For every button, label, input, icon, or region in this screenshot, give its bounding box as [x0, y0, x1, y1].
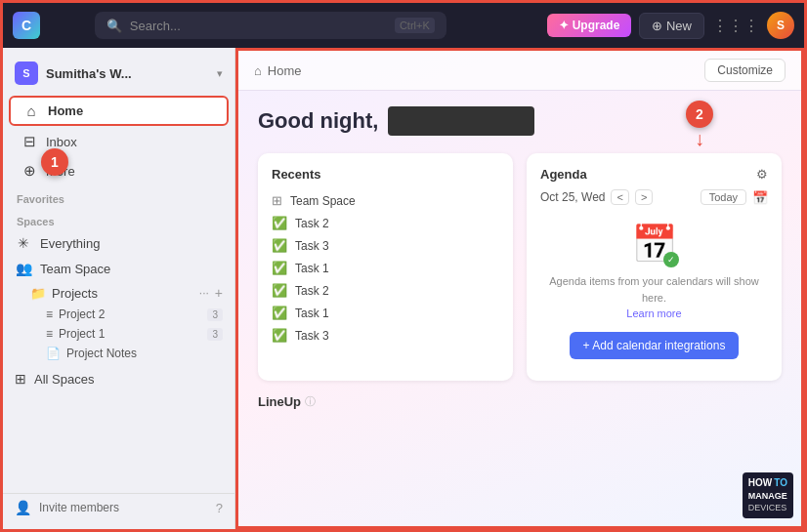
greeting-text: Good night, [258, 108, 378, 134]
add-calendar-button[interactable]: + Add calendar integrations [570, 332, 740, 359]
recent-item[interactable]: ✅ Task 2 [272, 279, 499, 302]
more-icon: ⊕ [21, 162, 38, 180]
app-logo[interactable]: C [13, 12, 40, 39]
sidebar-item-everything[interactable]: ✳ Everything [3, 231, 234, 255]
sidebar-item-team-space[interactable]: 👥 Team Space [3, 257, 234, 280]
task-icon: ✅ [272, 238, 287, 253]
sidebar-item-all-spaces[interactable]: ⊞ All Spaces [3, 367, 234, 390]
recent-item[interactable]: ✅ Task 3 [272, 324, 499, 347]
recent-item-label: Task 2 [295, 284, 329, 298]
invite-members-row[interactable]: 👤 Invite members ? [3, 493, 234, 521]
recent-item[interactable]: ✅ Task 2 [272, 212, 499, 234]
task-icon: ✅ [272, 328, 287, 343]
home-breadcrumb-icon: ⌂ [254, 63, 262, 78]
greeting-name-redacted [388, 106, 534, 136]
search-bar[interactable]: 🔍 Search... Ctrl+K [95, 12, 446, 39]
agenda-learn-more-link[interactable]: Learn more [626, 307, 681, 319]
agenda-date: Oct 25, Wed [540, 190, 605, 204]
workspace-icon: S [15, 61, 38, 85]
sidebar-item-label: Everything [40, 236, 100, 251]
new-button[interactable]: ⊕ New [639, 13, 704, 39]
projects-more-icon[interactable]: ··· [199, 286, 209, 300]
recent-item-label: Task 1 [295, 307, 329, 320]
inbox-icon: ⊟ [21, 133, 38, 150]
home-icon: ⌂ [22, 102, 40, 119]
sidebar-item-project-2[interactable]: ≡ Project 2 3 [3, 305, 234, 324]
task-icon: ✅ [272, 216, 287, 230]
sidebar-item-label: All Spaces [34, 372, 94, 387]
sidebar-item-project-notes[interactable]: 📄 Project Notes [3, 344, 234, 363]
agenda-next-button[interactable]: > [635, 189, 653, 205]
sidebar-item-project-1[interactable]: ≡ Project 1 3 [3, 324, 234, 344]
recent-item[interactable]: ✅ Task 3 [272, 234, 499, 257]
task-icon: ✅ [272, 261, 287, 275]
recent-item[interactable]: ⊞ Team Space [272, 189, 499, 212]
recents-title: Recents [272, 167, 499, 182]
sidebar-item-label: Inbox [46, 135, 77, 149]
customize-button[interactable]: Customize [704, 59, 786, 82]
project-list-icon: ≡ [46, 327, 53, 341]
sidebar-item-inbox[interactable]: ⊟ Inbox [9, 128, 229, 155]
invite-icon: 👤 [15, 500, 31, 515]
grid-icon[interactable]: ⋮⋮⋮ [712, 17, 759, 35]
projects-row[interactable]: 📁 Projects ··· + [3, 281, 234, 305]
project-name: Project Notes [66, 347, 223, 360]
sidebar-item-label: Team Space [40, 262, 110, 276]
workspace-name: Sumitha's W... [46, 66, 209, 81]
agenda-calendar-button[interactable]: 📅 [752, 190, 768, 205]
sidebar: S Sumitha's W... ▾ ⌂ Home ↑ ⊟ Inbox ⊕ [3, 48, 235, 529]
project-name: Project 1 [59, 327, 201, 341]
invite-label: Invite members [39, 501, 208, 514]
user-avatar[interactable]: S [767, 12, 794, 39]
workspace-selector[interactable]: S Sumitha's W... ▾ [3, 56, 234, 91]
annotation-2: 2 [686, 101, 713, 128]
agenda-today-button[interactable]: Today [701, 189, 746, 205]
project-list-icon: ≡ [46, 307, 53, 321]
recents-card: Recents ⊞ Team Space ✅ Task 2 ✅ Task 3 [258, 153, 513, 381]
annotation-1: 1 [41, 148, 68, 176]
search-icon: 🔍 [106, 19, 122, 33]
watermark: HOW TO MANAGE DEVICES [743, 472, 793, 518]
content-body: 2 ↓ Good night, Recents ⊞ [238, 91, 801, 526]
team-space-icon: 👥 [15, 261, 32, 276]
projects-label: Projects [52, 286, 193, 301]
task-icon: ✅ [272, 306, 287, 320]
recent-item[interactable]: ✅ Task 1 [272, 302, 499, 324]
lineup-section: LineUp ⓘ [258, 394, 782, 409]
agenda-empty-text: Agenda items from your calendars will sh… [544, 273, 764, 322]
recent-item-label: Task 1 [295, 262, 329, 275]
breadcrumb: ⌂ Home [254, 63, 704, 78]
agenda-prev-button[interactable]: < [611, 189, 628, 205]
recent-item-label: Team Space [290, 194, 356, 208]
task-icon: ✅ [272, 283, 287, 298]
recent-item-label: Task 3 [295, 329, 329, 343]
project-name: Project 2 [59, 307, 201, 321]
lineup-info-icon[interactable]: ⓘ [305, 394, 316, 409]
content-area: ⌂ Home Customize 2 ↓ Good night, [235, 48, 804, 529]
sidebar-item-label: Home [48, 103, 83, 118]
agenda-card: Agenda ⚙ Oct 25, Wed < > Today 📅 [527, 153, 782, 381]
recent-item[interactable]: ✅ Task 1 [272, 257, 499, 279]
search-placeholder: Search... [130, 19, 387, 33]
sidebar-item-home[interactable]: ⌂ Home ↑ [9, 96, 229, 126]
project-badge: 3 [207, 308, 223, 321]
agenda-empty-state: 📅 ✓ Agenda items from your calendars wil… [540, 215, 768, 367]
projects-icon: 📁 [30, 286, 46, 301]
favorites-section-label: Favorites [3, 185, 234, 208]
everything-icon: ✳ [15, 235, 32, 251]
spaces-section-label: Spaces [3, 208, 234, 230]
search-shortcut: Ctrl+K [395, 18, 435, 33]
all-spaces-icon: ⊞ [15, 371, 26, 387]
projects-add-icon[interactable]: + [215, 285, 223, 301]
chevron-down-icon: ▾ [217, 67, 223, 80]
help-icon[interactable]: ? [216, 501, 223, 515]
upgrade-button[interactable]: ✦ Upgrade [547, 14, 631, 37]
document-icon: 📄 [46, 347, 61, 360]
lineup-title: LineUp [258, 394, 301, 409]
agenda-gear-button[interactable]: ⚙ [756, 167, 768, 182]
agenda-title: Agenda [540, 167, 587, 182]
table-icon: ⊞ [272, 193, 282, 208]
project-badge: 3 [207, 328, 223, 341]
recent-item-label: Task 2 [295, 217, 329, 230]
content-header: ⌂ Home Customize [238, 51, 801, 91]
